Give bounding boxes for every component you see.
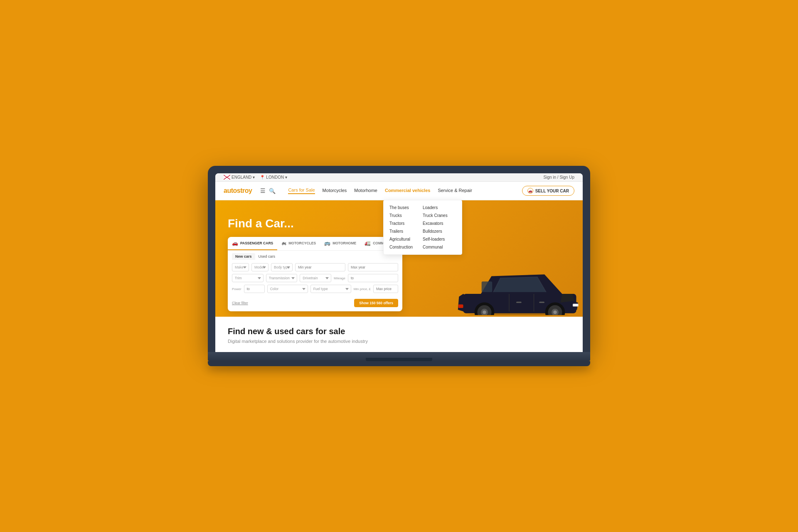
motorcycle-icon: 🏍 xyxy=(281,240,286,246)
search-tabs: 🚗 PASSENGER CARS 🏍 MOTORCYCLES 🚌 MOTORHO… xyxy=(228,237,402,251)
filter-row-1: Make Model Body type xyxy=(232,263,398,271)
uk-flag-icon xyxy=(224,175,230,180)
commercial-dropdown: The buses Trucks Tractors Trailers Agric… xyxy=(383,200,462,255)
logo[interactable]: autostroy xyxy=(224,187,252,195)
filter-row-3: Power Color Fuel type Min price, £ xyxy=(232,285,398,293)
topbar: ENGLAND ▾ 📍 LONDON ▾ Sign in / Sign Up xyxy=(215,173,583,182)
country-selector[interactable]: ENGLAND ▾ xyxy=(224,175,255,180)
nav-link-commercial[interactable]: Commercial vehicles xyxy=(385,188,430,194)
country-label: ENGLAND xyxy=(232,175,251,180)
dropdown-col-2: Loaders Truck Cranes Excavators Bulldoze… xyxy=(423,204,456,250)
location-icon: 📍 xyxy=(260,175,265,180)
hamburger-icon[interactable]: ☰ xyxy=(260,187,266,194)
svg-rect-6 xyxy=(574,305,578,306)
main-nav: autostroy ☰ 🔍 Cars for Sale Motorcycles … xyxy=(215,182,583,200)
dropdown-item-excavators[interactable]: Excavators xyxy=(423,220,456,227)
svg-rect-16 xyxy=(516,302,522,303)
dropdown-col-1: The buses Trucks Tractors Trailers Agric… xyxy=(389,204,423,250)
power-to-input[interactable] xyxy=(244,285,265,293)
tab-motorcycles-label: MOTORCYCLES xyxy=(288,241,316,245)
tab-motorhome[interactable]: 🚌 MOTORHOME xyxy=(320,237,360,250)
search-subtabs: New cars Used cars xyxy=(228,251,402,260)
sell-car-label: SELL YOUR CAR xyxy=(535,189,569,193)
subtab-used[interactable]: Used cars xyxy=(255,253,279,260)
dropdown-item-trucks[interactable]: Trucks xyxy=(389,212,423,219)
fuel-type-select[interactable]: Fuel type xyxy=(310,285,351,293)
body-type-select[interactable]: Body type xyxy=(271,263,293,271)
dropdown-item-agricultural[interactable]: Agricultural xyxy=(389,236,423,242)
svg-rect-17 xyxy=(539,302,544,303)
logo-part2: stroy xyxy=(237,187,252,194)
max-price-input[interactable] xyxy=(373,285,398,293)
tab-passenger-cars[interactable]: 🚗 PASSENGER CARS xyxy=(228,237,277,250)
country-chevron-icon: ▾ xyxy=(253,175,255,180)
nav-link-cars[interactable]: Cars for Sale xyxy=(288,187,315,194)
dropdown-item-construction[interactable]: Construction xyxy=(389,244,423,250)
auth-text[interactable]: Sign in / Sign Up xyxy=(544,175,575,180)
nav-icons: ☰ 🔍 xyxy=(260,187,276,194)
nav-link-motorcycles[interactable]: Motorcycles xyxy=(323,188,347,194)
tab-motorcycles[interactable]: 🏍 MOTORCYCLES xyxy=(277,237,320,250)
nav-link-service[interactable]: Service & Repair xyxy=(438,188,472,194)
color-select[interactable]: Color xyxy=(267,285,308,293)
search-icon[interactable]: 🔍 xyxy=(269,188,276,194)
car-svg xyxy=(446,244,583,315)
lower-subtitle: Digital marketplace and solutions provid… xyxy=(228,339,570,344)
dropdown-item-buses[interactable]: The buses xyxy=(389,204,423,211)
city-chevron-icon: ▾ xyxy=(285,175,287,180)
auth-links[interactable]: Sign in / Sign Up xyxy=(544,175,575,180)
make-select[interactable]: Make xyxy=(232,263,249,271)
nav-links: Cars for Sale Motorcycles Motorhome Comm… xyxy=(288,187,513,194)
laptop-bottom xyxy=(208,361,590,366)
min-year-input[interactable] xyxy=(295,263,345,271)
tab-passenger-label: PASSENGER CARS xyxy=(240,241,273,245)
laptop-container: ENGLAND ▾ 📍 LONDON ▾ Sign in / Sign Up a xyxy=(208,166,590,366)
passenger-car-icon: 🚗 xyxy=(232,240,238,246)
search-box: 🚗 PASSENGER CARS 🏍 MOTORCYCLES 🚌 MOTORHO… xyxy=(228,237,402,311)
dropdown-item-tractors[interactable]: Tractors xyxy=(389,220,423,227)
drivetrain-select[interactable]: Drivetrain xyxy=(300,274,331,282)
svg-point-15 xyxy=(553,310,557,314)
nav-link-motorhome[interactable]: Motorhome xyxy=(354,188,377,194)
show-offers-button[interactable]: Show 150 560 offers xyxy=(354,299,398,307)
max-year-input[interactable] xyxy=(348,263,398,271)
tab-motorhome-label: MOTORHOME xyxy=(332,241,356,245)
dropdown-item-communal[interactable]: Communal xyxy=(423,244,456,250)
search-bottom: Clear filter Show 150 560 offers xyxy=(228,296,402,311)
subtab-new[interactable]: New cars xyxy=(232,253,255,260)
svg-rect-2 xyxy=(482,281,493,292)
dropdown-item-trailers[interactable]: Trailers xyxy=(389,228,423,234)
mileage-label: Mileage xyxy=(334,276,345,280)
model-select[interactable]: Model xyxy=(251,263,268,271)
min-price-label: Min price, £ xyxy=(354,287,371,291)
topbar-left: ENGLAND ▾ 📍 LONDON ▾ xyxy=(224,175,287,180)
hero-car-image xyxy=(446,244,583,317)
lower-section: Find new & used cars for sale Digital ma… xyxy=(215,317,583,352)
city-label: LONDON xyxy=(266,175,284,180)
dropdown-item-bulldozers[interactable]: Bulldozers xyxy=(423,228,456,234)
city-selector[interactable]: 📍 LONDON ▾ xyxy=(260,175,287,180)
logo-part1: auto xyxy=(224,187,237,194)
search-filters: Make Model Body type xyxy=(228,260,402,296)
svg-point-11 xyxy=(483,310,486,314)
sell-car-button[interactable]: 🚗 SELL YOUR CAR xyxy=(522,186,574,196)
screen-bezel: ENGLAND ▾ 📍 LONDON ▾ Sign in / Sign Up a xyxy=(208,166,590,352)
dropdown-item-self-loaders[interactable]: Self-loaders xyxy=(423,236,456,242)
motorhome-icon: 🚌 xyxy=(324,240,330,246)
clear-filter-link[interactable]: Clear filter xyxy=(232,301,248,305)
svg-rect-7 xyxy=(458,305,463,308)
trim-select[interactable]: Trim xyxy=(232,274,264,282)
lower-title: Find new & used cars for sale xyxy=(228,327,570,336)
filter-row-2: Trim Transmission Drivetrain Mileage xyxy=(232,274,398,282)
transmission-select[interactable]: Transmission xyxy=(266,274,298,282)
dropdown-item-truck-cranes[interactable]: Truck Cranes xyxy=(423,212,456,219)
laptop-base xyxy=(208,352,590,361)
screen: ENGLAND ▾ 📍 LONDON ▾ Sign in / Sign Up a xyxy=(215,173,583,352)
dropdown-item-loaders[interactable]: Loaders xyxy=(423,204,456,211)
sell-car-icon: 🚗 xyxy=(527,188,533,194)
mileage-to-input[interactable] xyxy=(348,274,398,282)
commercial-icon: 🚛 xyxy=(365,240,371,246)
power-label: Power xyxy=(232,287,241,291)
